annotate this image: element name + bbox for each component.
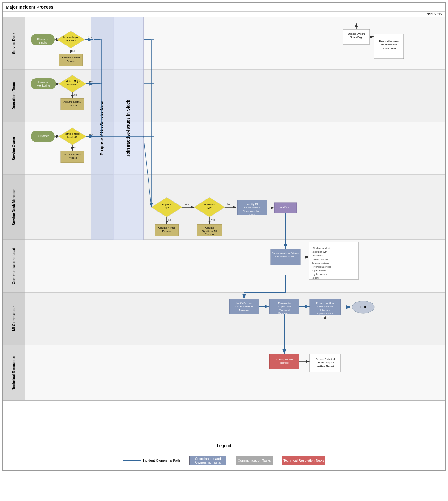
svg-text:children to MI: children to MI <box>382 47 396 50</box>
svg-text:Communications: Communications <box>312 262 329 264</box>
svg-text:Manager: Manager <box>239 309 249 311</box>
svg-text:Communicate to External: Communicate to External <box>272 252 299 255</box>
svg-text:Customer: Customer <box>37 135 49 138</box>
svg-text:Resolve Incident: Resolve Incident <box>316 302 334 305</box>
svg-text:Monitoring: Monitoring <box>37 84 50 87</box>
main-diagram: Service Desk Operations Team Service Own… <box>3 17 445 438</box>
svg-text:Notify SD: Notify SD <box>280 206 292 209</box>
svg-text:End: End <box>360 305 366 309</box>
svg-text:Communications: Communications <box>243 210 261 212</box>
svg-text:No: No <box>74 93 77 96</box>
svg-text:Approve: Approve <box>162 203 171 206</box>
svg-text:MI?: MI? <box>165 207 169 209</box>
svg-text:Lead: Lead <box>249 213 255 216</box>
legend-ownership-label: Incident Ownership Path <box>143 459 180 462</box>
svg-text:Assume: Assume <box>205 226 214 229</box>
lane-label-sd-manager: Service Desk Manager <box>12 189 15 225</box>
svg-text:No: No <box>227 203 231 206</box>
join-slack-label: Join #active-issues in Slack <box>126 100 131 157</box>
svg-text:Report: Report <box>312 276 319 279</box>
svg-rect-5 <box>3 240 445 292</box>
page-wrapper: Major Incident Process 3/22/2019 <box>2 2 446 471</box>
lane-label-service-desk: Service Desk <box>12 32 15 54</box>
svg-text:Is this a Major: Is this a Major <box>65 80 80 83</box>
svg-text:Notify Service: Notify Service <box>236 302 252 305</box>
legend-title: Legend <box>8 443 440 448</box>
svg-text:Phone or: Phone or <box>37 38 49 41</box>
svg-text:Process: Process <box>68 104 77 107</box>
svg-text:Yes: Yes <box>88 36 92 39</box>
svg-text:Update System: Update System <box>348 32 365 35</box>
svg-text:Resolution with: Resolution with <box>312 250 327 253</box>
svg-text:• Provide Business: • Provide Business <box>312 265 331 268</box>
shape-ensure-contacts <box>374 34 404 59</box>
legend-coordination-box: Coordination and Ownership Tasks <box>189 456 226 465</box>
svg-text:Restore: Restore <box>280 362 289 364</box>
svg-text:Internally: Internally <box>320 309 330 311</box>
svg-text:are attached as: are attached as <box>381 43 397 46</box>
legend-items: Incident Ownership Path Coordination and… <box>8 456 440 465</box>
svg-text:Process: Process <box>162 230 171 233</box>
svg-text:Incident Report: Incident Report <box>317 365 334 367</box>
svg-text:Assume Normal: Assume Normal <box>64 101 81 103</box>
svg-text:• Confirm Incident: • Confirm Incident <box>312 247 330 250</box>
svg-text:Appropriate: Appropriate <box>278 305 291 308</box>
lane-label-mi-commander: MI Commander <box>12 306 15 331</box>
svg-text:Significant MI: Significant MI <box>202 230 217 233</box>
svg-text:Process: Process <box>67 60 75 62</box>
svg-text:Provide Technical: Provide Technical <box>316 358 335 361</box>
svg-text:Incident?: Incident? <box>66 39 76 42</box>
svg-text:Technical: Technical <box>279 309 290 311</box>
svg-text:Incident?: Incident? <box>67 136 78 139</box>
page-date: 3/22/2019 <box>3 12 445 17</box>
svg-rect-7 <box>3 345 445 400</box>
legend-section: Legend Incident Ownership Path Coordinat… <box>3 438 445 470</box>
svg-text:MI?: MI? <box>207 207 212 209</box>
legend-ownership-path: Incident Ownership Path <box>123 459 180 462</box>
svg-text:Ensure all contacts: Ensure all contacts <box>379 40 399 42</box>
svg-text:Users or: Users or <box>38 81 49 84</box>
svg-text:Impact Details /: Impact Details / <box>312 269 328 272</box>
svg-text:Yes: Yes <box>185 203 189 206</box>
svg-text:Customers / Users: Customers / Users <box>275 255 296 258</box>
svg-text:Yes: Yes <box>211 218 215 221</box>
legend-communication-box: Communication Tasks <box>236 456 273 465</box>
page-title: Major Incident Process <box>3 3 445 12</box>
lane-label-operations-team: Operations Team <box>12 82 15 109</box>
svg-text:Identify MI: Identify MI <box>247 203 258 206</box>
svg-text:Escalate to: Escalate to <box>278 302 291 305</box>
svg-text:Process: Process <box>68 156 77 159</box>
svg-text:Status Page: Status Page <box>350 36 363 39</box>
lane-label-service-owner: Service Owner <box>12 136 15 160</box>
svg-text:Assume Normal: Assume Normal <box>158 226 176 229</box>
svg-text:Customers: Customers <box>312 254 323 257</box>
svg-text:Details / Log for: Details / Log for <box>317 361 334 364</box>
svg-text:Communicate: Communicate <box>317 305 333 308</box>
svg-text:Significant: Significant <box>204 203 216 206</box>
svg-text:• Direct External: • Direct External <box>312 258 328 261</box>
svg-text:Open Incident: Open Incident <box>317 312 333 315</box>
svg-text:Yes: Yes <box>89 80 93 83</box>
svg-text:Process: Process <box>205 233 214 236</box>
svg-text:Incident?: Incident? <box>67 83 78 86</box>
svg-text:Commander &: Commander & <box>244 206 260 209</box>
svg-text:Is this a Major: Is this a Major <box>63 36 79 39</box>
svg-text:No: No <box>168 218 172 221</box>
svg-text:Emails: Emails <box>38 41 47 44</box>
svg-text:Investigate and: Investigate and <box>276 358 293 361</box>
svg-text:Assume Normal: Assume Normal <box>62 56 80 59</box>
svg-text:Assume Normal: Assume Normal <box>64 153 81 156</box>
svg-text:Yes: Yes <box>89 133 93 135</box>
svg-text:Owner / Product: Owner / Product <box>235 305 253 308</box>
svg-rect-6 <box>3 292 445 345</box>
legend-line-icon <box>123 460 141 461</box>
lane-label-comm-lead: Communications Lead <box>12 248 15 284</box>
svg-text:No: No <box>74 146 77 149</box>
lane-label-technical-resources: Technical Resources <box>12 356 15 389</box>
svg-text:Log for Incident: Log for Incident <box>312 273 328 276</box>
svg-text:No: No <box>72 49 76 52</box>
legend-technical-box: Technical Resolution Tasks <box>282 456 325 465</box>
svg-text:Is this a Major: Is this a Major <box>65 132 80 135</box>
